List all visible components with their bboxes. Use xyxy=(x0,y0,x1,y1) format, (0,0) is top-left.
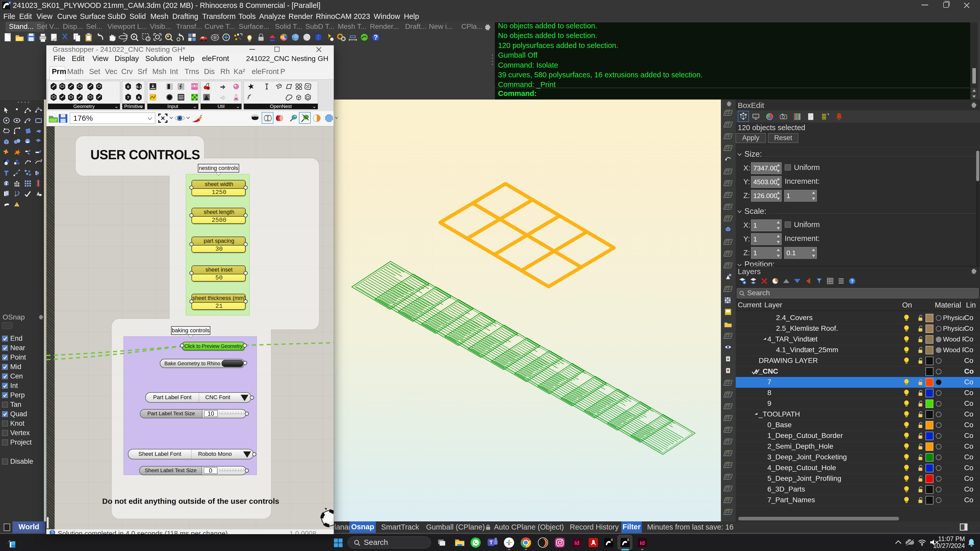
svg-text:?: ? xyxy=(851,279,854,284)
svg-text:8: 8 xyxy=(627,538,629,542)
svg-text:0: 0 xyxy=(127,84,129,89)
svg-text:T: T xyxy=(489,539,493,546)
svg-text:8: 8 xyxy=(9,2,11,4)
svg-text:7: 7 xyxy=(127,95,129,100)
svg-text:0.1: 0.1 xyxy=(136,84,142,89)
svg-text:?: ? xyxy=(374,33,378,41)
svg-text:Id: Id xyxy=(640,540,645,546)
svg-text:A: A xyxy=(138,95,140,100)
svg-text:Id: Id xyxy=(574,540,579,546)
svg-text:8: 8 xyxy=(611,538,613,542)
